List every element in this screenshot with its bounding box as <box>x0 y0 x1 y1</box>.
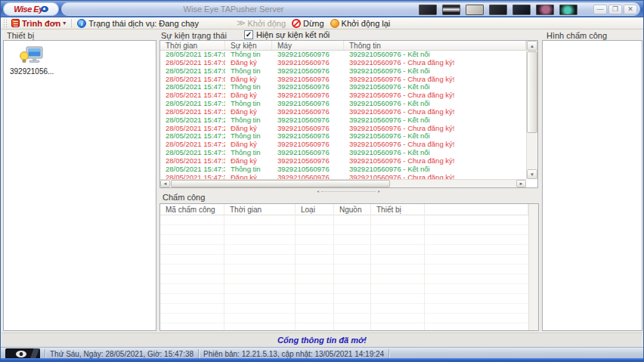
maximize-button[interactable]: ❐ <box>608 5 622 14</box>
attendance-col-source[interactable]: Nguồn <box>334 204 371 215</box>
event-cell-machine: 3929210560976 <box>272 174 344 179</box>
event-row[interactable]: 28/05/2021 15:47:27Thông tin392921056097… <box>160 132 526 141</box>
event-row[interactable]: 28/05/2021 15:47:17Đăng ký39292105609763… <box>160 108 526 116</box>
attendance-col-time[interactable]: Thời gian <box>224 204 296 215</box>
splitter-grip-icon[interactable]: ◄ ► <box>316 190 381 193</box>
device-photo-strip <box>419 4 577 15</box>
start-icon: ≫ <box>237 18 246 28</box>
eye-logo-icon <box>41 6 48 12</box>
event-cell-machine: 3929210560976 <box>272 157 344 166</box>
event-cell-event: Thông tin <box>225 132 272 141</box>
event-row[interactable]: 28/05/2021 15:47:12Đăng ký39292105609763… <box>160 91 526 100</box>
horizontal-scroll-thumb[interactable] <box>171 180 390 187</box>
app-logo: Wise Ey <box>3 2 59 16</box>
event-cell-info: 3929210560976 - Chưa đăng ký! <box>344 108 526 116</box>
checkbox-label: Hiện sự kiện kết nối <box>256 30 330 39</box>
service-status: i Trạng thái dịch vụ: Đang chạy <box>74 17 202 29</box>
event-cell-info: 3929210560976 - Kết nối <box>344 166 526 174</box>
titlebar-strip: Wise Eye TAPusher Server — ❐ ✕ <box>61 2 640 16</box>
event-row[interactable]: 28/05/2021 15:47:32Thông tin392921056097… <box>160 149 526 157</box>
event-cell-info: 3929210560976 - Kết nối <box>344 100 526 108</box>
event-cell-machine: 3929210560976 <box>272 100 344 108</box>
event-cell-info: 3929210560976 - Chưa đăng ký! <box>344 91 526 100</box>
stop-service-button[interactable]: Dừng <box>289 17 327 29</box>
event-row[interactable]: 28/05/2021 15:47:27Đăng ký39292105609763… <box>160 141 526 149</box>
scroll-down-icon[interactable]: ▼ <box>527 169 537 179</box>
event-cell-event: Thông tin <box>225 116 272 125</box>
app-window: Wise Ey Wise Eye TAPusher Server — ❐ ✕ T… <box>0 0 644 362</box>
event-row[interactable]: 28/05/2021 15:47:02Đăng ký39292105609763… <box>160 59 526 67</box>
event-cell-event: Thông tin <box>225 166 272 174</box>
events-panel-title: Sự kiện trạng thái <box>161 31 227 40</box>
event-row[interactable]: 28/05/2021 15:47:17Thông tin392921056097… <box>160 100 526 108</box>
event-cell-info: 3929210560976 - Chưa đăng ký! <box>344 125 526 133</box>
column-separator <box>424 215 425 330</box>
event-cell-machine: 3929210560976 <box>272 67 344 76</box>
device-list-item[interactable]: 392921056... <box>10 45 54 76</box>
window-title: Wise Eye TAPusher Server <box>62 5 405 14</box>
event-row[interactable]: 28/05/2021 15:47:22Đăng ký39292105609763… <box>160 125 526 133</box>
event-row[interactable]: 28/05/2021 15:47:12Thông tin392921056097… <box>160 83 526 91</box>
statusbar-separator <box>389 349 389 359</box>
event-cell-event: Thông tin <box>225 51 272 59</box>
events-col-info[interactable]: Thông tin <box>344 41 526 50</box>
event-cell-info: 3929210560976 - Chưa đăng ký! <box>344 76 526 84</box>
event-cell-event: Đăng ký <box>225 91 272 100</box>
attendance-grid: Mã chấm công Thời gian Loại Nguồn Thiết … <box>159 203 539 331</box>
event-cell-event: Đăng ký <box>225 76 272 84</box>
event-row[interactable]: 28/05/2021 15:47:37Thông tin392921056097… <box>160 166 526 174</box>
menu-button[interactable]: Trình đơn ▾ <box>8 17 69 29</box>
event-row[interactable]: 28/05/2021 15:47:32Đăng ký39292105609763… <box>160 157 526 166</box>
toolbar-grip-icon <box>3 19 7 28</box>
attendance-col-id[interactable]: Mã chấm công <box>160 204 224 215</box>
attendance-col-type[interactable]: Loại <box>296 204 334 215</box>
event-cell-info: 3929210560976 - Chưa đăng ký! <box>344 157 526 166</box>
event-cell-info: 3929210560976 - Kết nối <box>344 132 526 141</box>
status-message: Cổng thông tin đã mở! <box>2 333 642 347</box>
event-cell-time: 28/05/2021 15:47:17 <box>160 100 225 108</box>
event-cell-event: Đăng ký <box>225 108 272 116</box>
event-row[interactable]: 28/05/2021 15:47:02Thông tin392921056097… <box>160 51 526 59</box>
attendance-rows-empty <box>160 215 528 330</box>
device-photo-4 <box>489 5 507 15</box>
minimize-button[interactable]: — <box>593 5 607 14</box>
menu-icon <box>11 19 20 27</box>
column-separator <box>224 215 224 330</box>
attendance-grid-header: Mã chấm công Thời gian Loại Nguồn Thiết … <box>160 204 528 215</box>
chevron-down-icon: ▾ <box>63 20 66 26</box>
events-col-event[interactable]: Sự kiện <box>225 41 272 50</box>
show-connection-events-checkbox[interactable]: ✓ Hiện sự kiện kết nối <box>244 30 330 39</box>
event-cell-machine: 3929210560976 <box>272 59 344 67</box>
events-col-machine[interactable]: Máy <box>272 41 344 50</box>
titlebar: Wise Ey Wise Eye TAPusher Server — ❐ ✕ <box>1 1 643 17</box>
scroll-up-icon[interactable]: ▲ <box>527 41 537 51</box>
event-cell-machine: 3929210560976 <box>272 76 344 84</box>
attendance-vertical-scrollbar[interactable] <box>528 204 538 330</box>
statusbar-separator <box>45 349 45 359</box>
events-vertical-scrollbar[interactable]: ▲ ▼ <box>526 41 537 179</box>
event-cell-event: Thông tin <box>225 100 272 108</box>
attendance-col-extra <box>425 204 528 215</box>
scroll-right-icon[interactable]: ► <box>516 180 526 187</box>
restart-service-button[interactable]: Khởi động lại <box>327 17 394 29</box>
panel-splitter[interactable]: ◄ ► <box>159 189 538 193</box>
vertical-scroll-thumb[interactable] <box>527 51 537 133</box>
event-row[interactable]: 28/05/2021 15:47:07Thông tin392921056097… <box>160 67 526 76</box>
service-status-label: Trạng thái dịch vụ: <box>88 19 156 28</box>
event-row[interactable]: 28/05/2021 15:47:22Thông tin392921056097… <box>160 116 526 125</box>
event-cell-time: 28/05/2021 15:47:32 <box>160 157 225 166</box>
column-separator <box>370 215 371 330</box>
start-service-button[interactable]: ≫ Khởi động <box>234 17 289 29</box>
event-cell-time: 28/05/2021 15:47:02 <box>160 59 225 67</box>
event-row[interactable]: 28/05/2021 15:47:07Đăng ký39292105609763… <box>160 76 526 84</box>
event-cell-machine: 3929210560976 <box>272 51 344 59</box>
device-photo-7 <box>559 5 577 15</box>
events-col-time[interactable]: Thời gian <box>160 41 225 50</box>
attendance-col-device[interactable]: Thiết bị <box>371 204 425 215</box>
start-button-label: Khởi động <box>247 19 286 28</box>
event-row[interactable]: 28/05/2021 15:47:37Đăng ký39292105609763… <box>160 174 526 179</box>
event-cell-machine: 3929210560976 <box>272 166 344 174</box>
events-horizontal-scrollbar[interactable]: ◄ ► <box>160 179 526 187</box>
scroll-left-icon[interactable]: ◄ <box>160 180 170 187</box>
close-button[interactable]: ✕ <box>624 5 637 14</box>
